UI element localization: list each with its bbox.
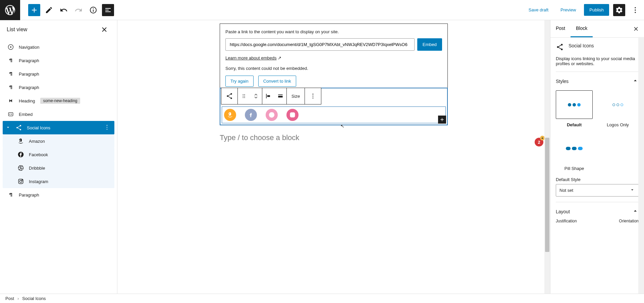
- tree-item-instagram[interactable]: Instagram: [3, 175, 114, 188]
- svg-point-9: [16, 127, 18, 128]
- svg-point-34: [313, 98, 314, 99]
- learn-more-link[interactable]: Learn more about embeds↗: [225, 55, 281, 60]
- default-style-select[interactable]: Not set: [556, 184, 639, 197]
- style-default[interactable]: Default: [556, 90, 593, 127]
- add-block-button[interactable]: [28, 4, 40, 16]
- tree-label: Instagram: [29, 179, 48, 184]
- wp-logo[interactable]: [0, 0, 20, 20]
- list-view-panel: List view Navigation Paragraph Paragraph…: [0, 20, 117, 294]
- tree-item-dribbble[interactable]: Dribbble: [3, 161, 114, 175]
- layout-panel-toggle[interactable]: Layout: [556, 208, 639, 215]
- share-icon: [15, 124, 23, 132]
- tree-label: Social Icons: [27, 125, 50, 130]
- style-label: Pill Shape: [556, 166, 593, 171]
- tree-item-paragraph[interactable]: Paragraph: [3, 54, 114, 67]
- try-again-button[interactable]: Try again: [225, 76, 254, 87]
- amazon-social-icon[interactable]: [224, 109, 236, 121]
- tree-item-heading[interactable]: Headingsome-new-heading: [3, 94, 114, 107]
- svg-point-39: [561, 44, 563, 46]
- style-label: Logos Only: [599, 122, 636, 127]
- block-more-options[interactable]: [305, 88, 321, 104]
- tab-post[interactable]: Post: [550, 20, 571, 37]
- block-toolbar: Size: [221, 88, 321, 104]
- chevron-up-icon: [632, 77, 639, 85]
- list-view-toggle[interactable]: [102, 4, 114, 16]
- facebook-social-icon[interactable]: [245, 109, 257, 121]
- settings-scrollbar[interactable]: [638, 37, 644, 294]
- tree-item-embed[interactable]: Embed: [3, 107, 114, 121]
- svg-point-3: [635, 7, 636, 8]
- close-list-view-button[interactable]: [98, 24, 110, 36]
- edit-mode-button[interactable]: [43, 4, 55, 16]
- style-pill-shape[interactable]: Pill Shape: [556, 134, 593, 171]
- tree-item-paragraph[interactable]: Paragraph: [3, 67, 114, 81]
- embed-url-input[interactable]: [225, 38, 415, 51]
- tree-item-amazon[interactable]: Amazon: [3, 134, 114, 148]
- instagram-social-icon[interactable]: [286, 109, 299, 121]
- social-icons-row[interactable]: [222, 106, 446, 123]
- dribbble-social-icon[interactable]: [266, 109, 278, 121]
- breadcrumb-separator: ›: [17, 296, 19, 301]
- breadcrumb-post[interactable]: Post: [5, 296, 14, 301]
- tree-label: Dribbble: [29, 166, 45, 171]
- undo-button[interactable]: [58, 4, 70, 16]
- style-logos-only[interactable]: Logos Only: [599, 90, 636, 127]
- tree-label: Amazon: [29, 139, 45, 144]
- breadcrumb-social-icons[interactable]: Social Icons: [22, 296, 46, 301]
- add-social-icon-button[interactable]: [438, 116, 446, 124]
- tree-label: Paragraph: [19, 192, 39, 198]
- svg-point-1: [93, 8, 94, 9]
- heading-anchor-badge: some-new-heading: [40, 98, 80, 104]
- canvas-scrollbar[interactable]: [544, 20, 550, 294]
- orientation-label: Orientation: [619, 219, 639, 223]
- embed-submit-button[interactable]: Embed: [417, 38, 442, 51]
- embed-error-message: Sorry, this content could not be embedde…: [225, 66, 442, 71]
- move-up-down-button[interactable]: [250, 88, 262, 104]
- justify-button[interactable]: [262, 88, 274, 104]
- tree-item-facebook[interactable]: Facebook: [3, 148, 114, 161]
- svg-point-10: [20, 129, 21, 130]
- close-settings-button[interactable]: [628, 20, 644, 37]
- chevron-down-icon: [630, 187, 635, 193]
- svg-point-27: [244, 97, 245, 98]
- svg-point-24: [243, 96, 244, 96]
- svg-rect-28: [266, 94, 267, 98]
- amazon-icon: [17, 137, 25, 145]
- save-draft-button[interactable]: Save draft: [525, 5, 552, 15]
- publish-button[interactable]: Publish: [584, 4, 609, 16]
- facebook-icon: [17, 150, 25, 159]
- tree-item-navigation[interactable]: Navigation: [3, 40, 114, 54]
- tab-block[interactable]: Block: [571, 20, 593, 37]
- share-icon: [556, 43, 564, 52]
- styles-panel-toggle[interactable]: Styles: [556, 77, 639, 85]
- preview-button[interactable]: Preview: [556, 5, 580, 15]
- info-button[interactable]: [87, 4, 99, 16]
- svg-point-38: [293, 113, 294, 114]
- svg-point-18: [22, 180, 22, 180]
- notification-plus-icon: +: [540, 136, 545, 140]
- convert-to-link-button[interactable]: Convert to link: [258, 76, 296, 87]
- chevron-down-icon: [5, 125, 11, 131]
- svg-point-22: [243, 94, 244, 95]
- size-button[interactable]: Size: [287, 88, 305, 104]
- align-button[interactable]: [274, 88, 286, 104]
- svg-point-4: [635, 9, 636, 11]
- notification-badge[interactable]: 2 +: [535, 138, 543, 146]
- block-appender[interactable]: Type / to choose a block: [220, 133, 448, 142]
- block-type-button[interactable]: [221, 88, 237, 104]
- settings-gear-button[interactable]: [613, 4, 625, 16]
- tree-label: Paragraph: [19, 58, 39, 63]
- tree-item-paragraph[interactable]: Paragraph: [3, 188, 114, 202]
- redo-button[interactable]: [72, 4, 85, 16]
- editor-canvas: Paste a link to the content you want to …: [117, 20, 550, 294]
- svg-point-33: [313, 96, 314, 97]
- block-title: Social Icons: [569, 43, 594, 48]
- tree-item-paragraph[interactable]: Paragraph: [3, 81, 114, 94]
- tree-item-social-icons[interactable]: Social Icons: [3, 121, 114, 134]
- social-icons-block[interactable]: Size: [220, 88, 448, 125]
- drag-handle[interactable]: [238, 88, 250, 104]
- paragraph-icon: [7, 56, 15, 64]
- more-menu-button[interactable]: [629, 4, 641, 16]
- more-icon[interactable]: [104, 124, 110, 132]
- dribbble-icon: [17, 164, 25, 172]
